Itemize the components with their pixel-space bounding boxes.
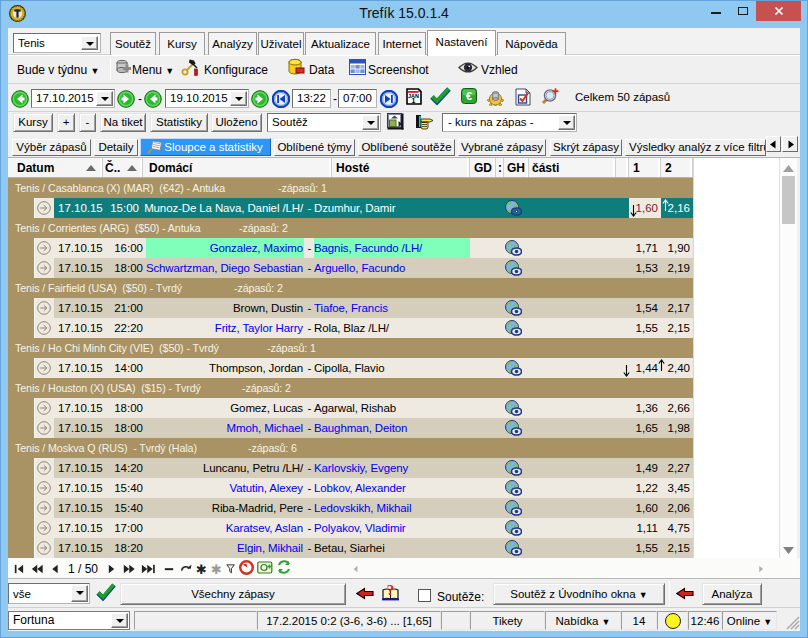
svg-text:1: 1 xyxy=(412,97,416,104)
svg-text:€: € xyxy=(466,90,472,102)
svg-text:?: ? xyxy=(387,582,395,598)
